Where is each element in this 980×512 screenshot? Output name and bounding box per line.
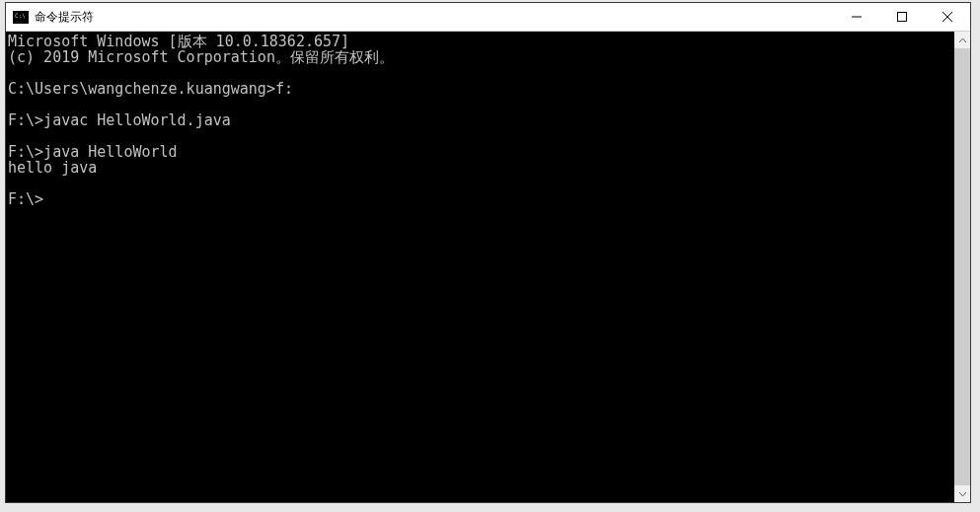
- terminal-line: C:\Users\wangchenze.kuangwang>f:: [8, 81, 954, 97]
- vertical-scrollbar[interactable]: [954, 32, 970, 502]
- scrollbar-down-arrow[interactable]: [954, 485, 970, 502]
- chevron-up-icon: [959, 38, 966, 42]
- terminal-line: F:\>: [8, 191, 954, 207]
- terminal-line: F:\>java HelloWorld: [8, 144, 954, 160]
- command-prompt-icon: C:\: [13, 11, 29, 24]
- command-prompt-window: C:\ 命令提示符 Microsoft Wi: [5, 2, 971, 503]
- terminal-line: F:\>javac HelloWorld.java: [8, 112, 954, 128]
- chevron-down-icon: [959, 492, 966, 496]
- terminal-line: [8, 97, 954, 112]
- terminal-content[interactable]: Microsoft Windows [版本 10.0.18362.657](c)…: [6, 32, 954, 502]
- scrollbar-thumb[interactable]: [954, 48, 970, 485]
- window-title: 命令提示符: [35, 9, 94, 26]
- maximize-icon: [897, 12, 907, 22]
- scrollbar-track[interactable]: [954, 48, 970, 485]
- titlebar[interactable]: C:\ 命令提示符: [6, 3, 970, 32]
- close-button[interactable]: [925, 3, 970, 31]
- titlebar-buttons: [834, 3, 970, 31]
- terminal-line: hello java: [8, 160, 954, 176]
- terminal-line: [8, 176, 954, 191]
- minimize-button[interactable]: [834, 3, 879, 31]
- scrollbar-up-arrow[interactable]: [954, 32, 970, 48]
- terminal-body: Microsoft Windows [版本 10.0.18362.657](c)…: [6, 32, 970, 502]
- app-icon-glyph: C:\: [14, 12, 26, 19]
- close-icon: [942, 12, 952, 22]
- terminal-line: [8, 65, 954, 81]
- maximize-button[interactable]: [879, 3, 925, 31]
- terminal-line: [8, 128, 954, 144]
- svg-rect-1: [898, 13, 907, 22]
- titlebar-left: C:\ 命令提示符: [6, 9, 834, 26]
- terminal-line: Microsoft Windows [版本 10.0.18362.657]: [8, 34, 954, 49]
- terminal-line: (c) 2019 Microsoft Corporation。保留所有权利。: [8, 49, 954, 65]
- minimize-icon: [852, 12, 862, 22]
